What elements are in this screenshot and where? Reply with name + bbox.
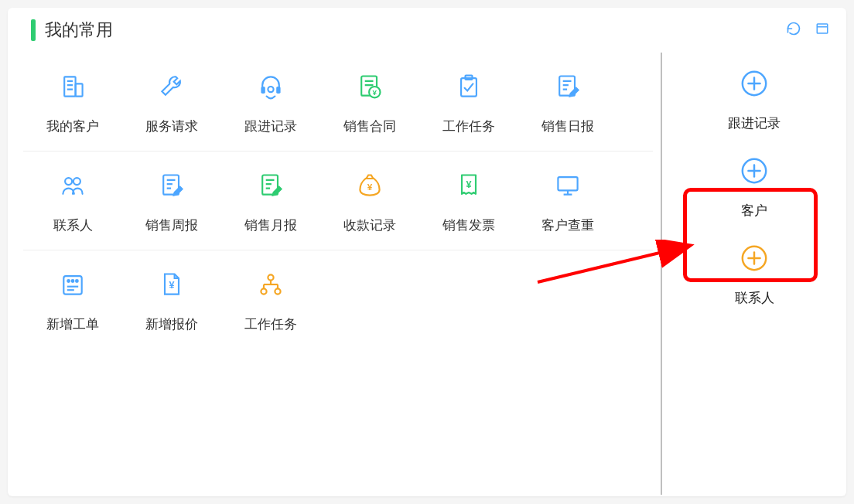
item-sales-contract[interactable]: ¥ 销售合同: [320, 68, 419, 135]
favorites-grid: 我的客户 服务请求: [8, 53, 661, 495]
wrench-icon: [122, 71, 221, 102]
doc-edit-icon: [221, 170, 320, 201]
item-label: 新增报价: [122, 315, 221, 333]
doc-yen-icon: ¥: [320, 71, 419, 102]
item-sales-weekly[interactable]: 销售周报: [122, 167, 221, 234]
quick-add-contact[interactable]: 联系人: [735, 243, 774, 330]
panel-header: 我的常用: [8, 8, 846, 53]
receipt-yen-icon: ¥: [419, 170, 518, 201]
item-label: 我的客户: [23, 117, 122, 135]
item-label: 销售发票: [419, 216, 518, 234]
quick-add-label: 联系人: [735, 289, 774, 307]
svg-rect-2: [64, 77, 75, 96]
quick-add-customer[interactable]: 客户: [740, 155, 769, 243]
item-work-task-2[interactable]: 工作任务: [221, 266, 320, 333]
item-customer-dedup[interactable]: 客户查重: [518, 167, 617, 234]
svg-point-45: [275, 288, 280, 294]
item-my-customers[interactable]: 我的客户: [23, 68, 122, 135]
clipboard-check-icon: [419, 71, 518, 102]
item-label: 工作任务: [419, 117, 518, 135]
maximize-icon[interactable]: [815, 22, 829, 39]
plus-circle-icon: [740, 155, 769, 186]
svg-rect-7: [261, 87, 265, 94]
svg-point-37: [67, 280, 70, 282]
quick-add-sidebar: 跟进记录 客户 联系人: [661, 53, 846, 495]
svg-text:¥: ¥: [169, 280, 174, 291]
panel-body: 我的客户 服务请求: [8, 53, 846, 495]
item-label: 工作任务: [221, 315, 320, 333]
item-sales-invoice[interactable]: ¥ 销售发票: [419, 167, 518, 234]
item-label: 销售周报: [122, 216, 221, 234]
doc-edit-icon: [518, 71, 617, 102]
refresh-icon[interactable]: [786, 21, 801, 39]
svg-rect-3: [76, 83, 83, 96]
svg-point-39: [76, 280, 78, 282]
svg-rect-0: [817, 24, 828, 33]
org-chart-icon: [221, 269, 320, 300]
item-service-request[interactable]: 服务请求: [122, 68, 221, 135]
item-new-ticket[interactable]: 新增工单: [23, 266, 122, 333]
building-icon: [23, 71, 122, 102]
quick-add-label: 跟进记录: [728, 114, 781, 132]
plus-circle-icon: [735, 243, 774, 274]
item-label: 销售月报: [221, 216, 320, 234]
svg-text:¥: ¥: [373, 88, 377, 97]
grid-row: 新增工单 ¥ 新增报价: [23, 266, 653, 349]
item-contacts[interactable]: 联系人: [23, 167, 122, 234]
quick-add-follow-record[interactable]: 跟进记录: [728, 68, 781, 155]
item-follow-record[interactable]: 跟进记录: [221, 68, 320, 135]
item-label: 联系人: [23, 216, 122, 234]
doc-yen-plain-icon: ¥: [122, 269, 221, 300]
svg-point-44: [261, 288, 266, 294]
svg-text:¥: ¥: [367, 182, 373, 192]
svg-point-22: [73, 178, 80, 185]
item-label: 新增工单: [23, 315, 122, 333]
item-label: 客户查重: [518, 216, 617, 234]
item-new-quote[interactable]: ¥ 新增报价: [122, 266, 221, 333]
plus-circle-icon: [728, 68, 781, 99]
svg-point-21: [65, 178, 72, 185]
svg-text:¥: ¥: [466, 179, 471, 190]
item-label: 销售合同: [320, 117, 419, 135]
moneybag-icon: ¥: [320, 170, 419, 201]
title-wrap: 我的常用: [8, 19, 113, 42]
item-label: 收款记录: [320, 216, 419, 234]
svg-point-9: [268, 87, 273, 92]
quick-add-label: 客户: [740, 202, 769, 220]
favorites-panel: 我的常用: [8, 8, 846, 496]
svg-rect-8: [276, 87, 280, 94]
headset-icon: [221, 71, 320, 102]
item-payment-record[interactable]: ¥ 收款记录: [320, 167, 419, 234]
doc-edit-icon: [122, 170, 221, 201]
item-label: 服务请求: [122, 117, 221, 135]
svg-point-38: [72, 280, 74, 282]
item-work-task[interactable]: 工作任务: [419, 68, 518, 135]
item-label: 跟进记录: [221, 117, 320, 135]
item-label: 销售日报: [518, 117, 617, 135]
svg-rect-36: [63, 276, 81, 294]
header-actions: [786, 21, 829, 39]
people-icon: [23, 170, 122, 201]
grid-row: 联系人 销售周报: [23, 167, 653, 250]
svg-rect-15: [461, 78, 477, 96]
svg-rect-33: [558, 177, 577, 190]
panel-title: 我的常用: [45, 19, 113, 42]
item-sales-monthly[interactable]: 销售月报: [221, 167, 320, 234]
title-accent-bar: [31, 19, 36, 41]
item-sales-daily[interactable]: 销售日报: [518, 68, 617, 135]
grid-row: 我的客户 服务请求: [23, 68, 653, 152]
ticket-icon: [23, 269, 122, 300]
svg-point-43: [268, 274, 273, 280]
monitor-icon: [518, 170, 617, 201]
